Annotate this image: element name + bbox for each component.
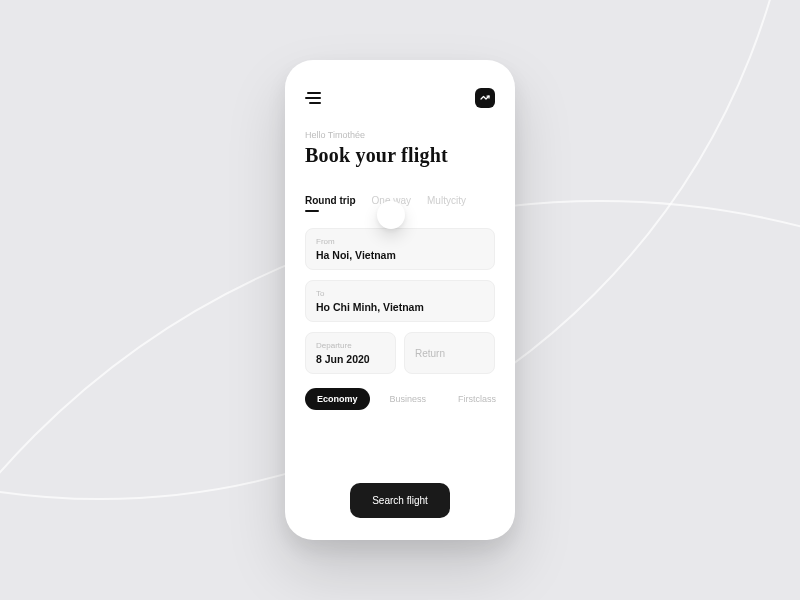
phone-frame: Hello Timothée Book your flight Round tr…: [285, 60, 515, 540]
departure-field[interactable]: Departure 8 Jun 2020: [305, 332, 396, 374]
brand-icon[interactable]: [475, 88, 495, 108]
menu-icon[interactable]: [305, 92, 321, 104]
to-field[interactable]: To Ho Chi Minh, Vietnam: [305, 280, 495, 322]
date-row: Departure 8 Jun 2020 Return: [305, 332, 495, 374]
tab-multicity[interactable]: Multycity: [427, 195, 466, 212]
trip-type-tabs: Round trip One way Multycity: [305, 195, 495, 212]
search-flight-button[interactable]: Search flight: [350, 483, 450, 518]
to-label: To: [316, 289, 484, 298]
chip-economy[interactable]: Economy: [305, 388, 370, 410]
chip-firstclass[interactable]: Firstclass: [446, 388, 508, 410]
swap-knob[interactable]: [377, 201, 405, 229]
return-field[interactable]: Return: [404, 332, 495, 374]
greeting-text: Hello Timothée: [305, 130, 495, 140]
from-label: From: [316, 237, 484, 246]
cabin-class-chips: Economy Business Firstclass: [305, 388, 495, 410]
departure-label: Departure: [316, 341, 385, 350]
page-title: Book your flight: [305, 144, 495, 167]
return-placeholder: Return: [415, 348, 445, 359]
tab-round-trip[interactable]: Round trip: [305, 195, 356, 212]
departure-value: 8 Jun 2020: [316, 353, 385, 365]
top-bar: [305, 88, 495, 108]
from-field[interactable]: From Ha Noi, Vietnam: [305, 228, 495, 270]
chip-business[interactable]: Business: [378, 388, 439, 410]
to-value: Ho Chi Minh, Vietnam: [316, 301, 484, 313]
from-value: Ha Noi, Vietnam: [316, 249, 484, 261]
